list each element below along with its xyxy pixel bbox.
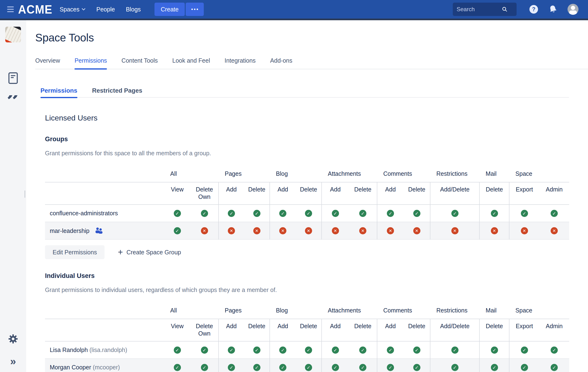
licensed-users-heading: Licensed Users [45,113,588,122]
column-group-blog: Blog [270,168,322,182]
allow-icon: ✓ [359,364,366,371]
tab-permissions[interactable]: Permissions [74,57,107,69]
notifications-bell-icon[interactable] [548,5,557,14]
permission-cell: ✓ [244,341,270,359]
column-blog-delete: Delete [296,319,322,341]
column-blog-add: Add [270,319,296,341]
create-button[interactable]: Create [155,3,185,16]
nav-item-people-label: People [96,6,115,13]
deny-icon: ✕ [413,227,420,234]
allow-icon: ✓ [228,364,235,371]
column-space-export: Export [509,182,539,205]
permission-cell: ✓ [479,359,509,372]
people-icon [95,227,103,234]
permission-cell: ✕ [509,222,539,239]
groups-description: Grant permissions for this space to all … [45,149,588,157]
pages-icon[interactable] [8,72,18,84]
permission-cell: ✓ [270,359,296,372]
column-pages-delete: Delete [244,319,270,341]
individual-users-permissions-table: AllPagesBlogAttachmentsCommentsRestricti… [45,305,569,372]
permission-cell: ✓ [219,341,244,359]
expand-sidebar-icon[interactable]: » [10,357,16,365]
allow-icon: ✓ [201,347,208,354]
permission-cell: ✓ [164,222,190,239]
allow-icon: ✓ [551,364,558,371]
column-blog-delete: Delete [296,182,322,205]
space-logo-thumbnail[interactable] [5,27,21,43]
column-group-space: Space [509,168,569,182]
permission-cell: ✓ [403,341,430,359]
deny-icon: ✕ [201,227,208,234]
allow-icon: ✓ [491,364,498,371]
column-group-mail: Mail [479,168,509,182]
edit-permissions-button[interactable]: Edit Permissions [45,245,105,259]
avatar-person-icon [571,6,575,10]
name-column-header [45,305,164,319]
column-group-mail: Mail [479,305,509,319]
tab-look-and-feel[interactable]: Look and Feel [172,57,210,69]
allow-icon: ✓ [332,364,339,371]
column-pages-add: Add [219,319,244,341]
quotes-icon[interactable]: ” [6,95,20,108]
table-row: confluence-administrators✓✓✓✓✓✓✓✓✓✓✓✓✓✓ [45,205,569,222]
permission-cell: ✓ [479,341,509,359]
hamburger-menu-icon[interactable] [7,6,14,12]
deny-icon: ✕ [451,227,459,234]
permission-cell: ✓ [164,341,190,359]
subtab-restricted-pages[interactable]: Restricted Pages [92,87,142,97]
permission-cell: ✓ [164,205,190,222]
permission-cell: ✓ [349,205,377,222]
groups-heading: Groups [45,135,588,143]
tab-integrations[interactable]: Integrations [224,57,256,69]
column-attachments-delete: Delete [349,319,377,341]
column-mail-delete: Delete [479,319,509,341]
permission-cell: ✓ [403,359,430,372]
allow-icon: ✓ [253,364,261,371]
allow-icon: ✓ [305,347,312,354]
create-space-group-button[interactable]: + Create Space Group [118,249,181,256]
tab-overview[interactable]: Overview [35,57,60,69]
deny-icon: ✕ [491,227,498,234]
deny-icon: ✕ [332,227,339,234]
column-comments-delete: Delete [403,182,430,205]
column-group-blog: Blog [270,305,322,319]
search-input[interactable] [457,6,502,13]
column-group-pages: Pages [219,168,270,182]
app-logo[interactable]: ACME [18,2,52,16]
allow-icon: ✓ [174,364,181,371]
subtab-permissions[interactable]: Permissions [41,87,77,97]
permission-cell: ✕ [479,222,509,239]
entity-name: Morgan Cooper [50,364,91,371]
nav-item-spaces-label: Spaces [60,6,79,13]
table-row: Lisa Randolph (lisa.randolph)✓✓✓✓✓✓✓✓✓✓✓… [45,341,569,359]
deny-icon: ✕ [253,227,261,234]
tab-add-ons[interactable]: Add-ons [270,57,292,69]
column-group-attachments: Attachments [322,305,377,319]
user-avatar[interactable] [567,4,578,15]
nav-item-people[interactable]: People [96,6,115,13]
column-group-attachments: Attachments [322,168,377,182]
allow-icon: ✓ [305,364,312,371]
deny-icon: ✕ [279,227,286,234]
column-mail-delete: Delete [479,182,509,205]
space-sidebar: ” » [0,20,26,372]
allow-icon: ✓ [228,347,235,354]
nav-item-blogs[interactable]: Blogs [126,6,141,13]
page-title: Space Tools [35,31,588,44]
settings-gear-icon[interactable] [8,334,18,344]
more-actions-button[interactable] [186,3,204,16]
nav-item-spaces[interactable]: Spaces [60,6,85,13]
search-box[interactable] [453,3,517,16]
help-icon[interactable]: ? [529,5,538,14]
permission-cell: ✓ [377,341,403,359]
column-comments-add: Add [377,319,403,341]
groups-permissions-table: AllPagesBlogAttachmentsCommentsRestricti… [45,168,569,240]
deny-icon: ✕ [305,227,312,234]
permission-cell: ✕ [244,222,270,239]
nav-right-cluster: ? [453,3,578,16]
permission-cell: ✓ [430,205,479,222]
search-icon [502,6,507,12]
allow-icon: ✓ [332,210,339,217]
tab-content-tools[interactable]: Content Tools [121,57,158,69]
permission-cell: ✓ [322,205,349,222]
